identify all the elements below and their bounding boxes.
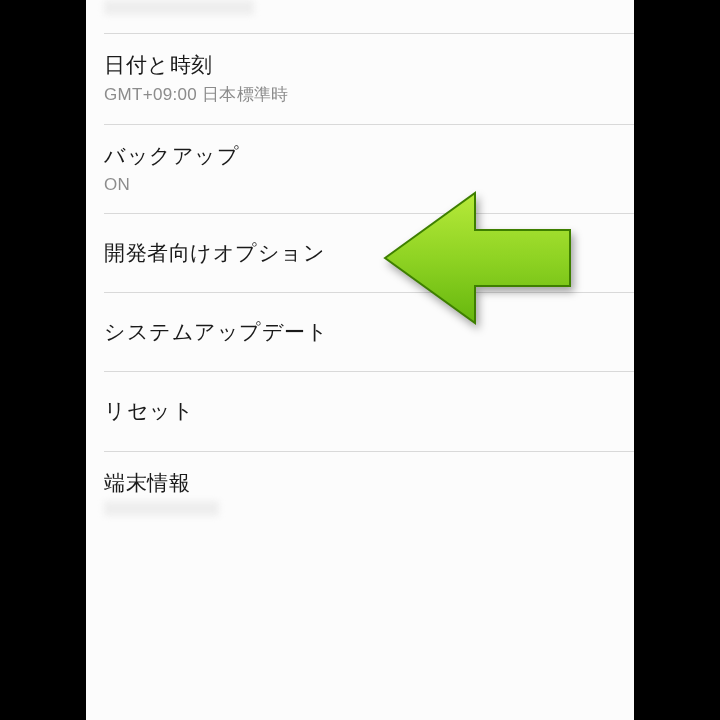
item-title: リセット: [104, 397, 616, 425]
item-subtitle: ON: [104, 175, 616, 195]
settings-screen: 日付と時刻 GMT+09:00 日本標準時 バックアップ ON 開発者向けオプシ…: [86, 0, 634, 720]
redacted-subtitle: [104, 501, 219, 516]
item-title: 開発者向けオプション: [104, 239, 616, 267]
item-title: バックアップ: [104, 142, 616, 170]
item-title: 日付と時刻: [104, 51, 616, 79]
list-item-developer-options[interactable]: 開発者向けオプション: [86, 214, 634, 292]
redacted-subtitle: [104, 0, 254, 15]
list-item-reset[interactable]: リセット: [86, 372, 634, 450]
list-item-system-update[interactable]: システムアップデート: [86, 293, 634, 371]
list-item-date-time[interactable]: 日付と時刻 GMT+09:00 日本標準時: [86, 34, 634, 124]
item-title: 端末情報: [104, 469, 616, 497]
item-title: システムアップデート: [104, 318, 616, 346]
list-item-backup[interactable]: バックアップ ON: [86, 125, 634, 212]
item-subtitle: GMT+09:00 日本標準時: [104, 83, 616, 106]
list-item[interactable]: [86, 0, 634, 33]
list-item-about-phone[interactable]: 端末情報: [86, 452, 634, 550]
